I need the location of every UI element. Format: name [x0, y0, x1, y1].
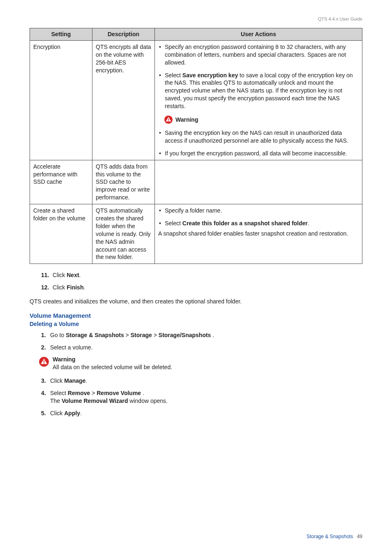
- subsection-heading: Deleting a Volume: [30, 321, 362, 327]
- cell-user-actions: [155, 160, 362, 204]
- table-row: Create a shared folder on the volume QTS…: [30, 204, 362, 264]
- warning-item: If you forget the encryption password, a…: [158, 150, 359, 157]
- action-item: Specify an encryption password containin…: [158, 43, 359, 67]
- cell-setting: Accelerate performance with SSD cache: [30, 160, 92, 204]
- cell-setting: Create a shared folder on the volume: [30, 204, 92, 264]
- step-text-bold: Remove Volume: [97, 390, 141, 396]
- step-text-bold: Apply: [64, 410, 80, 416]
- svg-rect-2: [168, 120, 169, 121]
- step-text-pre: Click: [53, 272, 67, 278]
- numbered-steps-continued-2: Click Manage. Select Remove > Remove Vol…: [41, 377, 362, 417]
- cell-user-actions: Specify an encryption password containin…: [155, 40, 362, 160]
- cell-description: QTS automatically creates the shared fol…: [92, 204, 155, 264]
- step-text-pre: Click: [50, 377, 64, 384]
- step-item: Go to Storage & Snapshots > Storage > St…: [41, 331, 362, 340]
- footer-section: Storage & Snapshots: [307, 534, 353, 539]
- settings-table: Setting Description User Actions Encrypt…: [30, 28, 362, 264]
- step-item: Click Apply.: [41, 409, 362, 418]
- warning-title: Warning: [53, 356, 172, 363]
- header-guide-title: QTS 4.4.x User Guide: [318, 16, 362, 21]
- th-setting: Setting: [30, 28, 92, 41]
- step-text-bold: Storage: [131, 332, 152, 338]
- step-text-bold: Storage/Snapshots: [159, 332, 211, 338]
- cell-user-actions: Specify a folder name. Select Create thi…: [155, 204, 362, 264]
- step-text-pre: Click: [50, 410, 64, 416]
- action-item: Specify a folder name.: [158, 207, 359, 215]
- warning-block: Warning All data on the selected volume …: [39, 356, 362, 371]
- action-text-post: .: [308, 220, 309, 227]
- step-text-bold: Storage & Snapshots: [66, 332, 124, 338]
- warning-icon: [39, 356, 49, 367]
- step-text-bold: Manage: [64, 377, 85, 384]
- action-note: A snapshot shared folder enables faster …: [158, 230, 359, 238]
- step-text-pre: Select: [50, 390, 68, 396]
- step-sep: >: [124, 332, 131, 338]
- step-text-pre: The: [50, 398, 62, 404]
- action-item: Select Save encryption key to save a loc…: [158, 72, 359, 110]
- action-text-bold: Create this folder as a snapshot shared …: [182, 220, 308, 227]
- step-item: Click Finish.: [41, 284, 362, 292]
- table-row: Accelerate performance with SSD cache QT…: [30, 160, 362, 204]
- section-heading: Volume Management: [30, 312, 362, 319]
- cell-setting: Encryption: [30, 40, 92, 160]
- cell-description: QTS adds data from this volume to the SS…: [92, 160, 155, 204]
- step-text-pre: Click: [53, 284, 67, 291]
- action-text-pre: Select: [165, 72, 182, 79]
- step-sep: >: [90, 390, 97, 396]
- table-header-row: Setting Description User Actions: [30, 28, 362, 41]
- step-text-post: .: [79, 272, 81, 278]
- action-text-bold: Save encryption key: [182, 72, 238, 79]
- step-text-post: .: [141, 390, 144, 396]
- svg-rect-1: [168, 118, 169, 120]
- warning-body: All data on the selected volume will be …: [53, 363, 172, 371]
- step-text-post: .: [80, 410, 82, 416]
- step-text-post: .: [83, 284, 85, 291]
- step-item: Select Remove > Remove Volume . The Volu…: [41, 389, 362, 405]
- step-text-bold: Remove: [68, 390, 90, 396]
- footer-page-number: 49: [357, 534, 362, 539]
- cell-description: QTS encrypts all data on the volume with…: [92, 40, 155, 160]
- warning-callout: Warning: [164, 115, 359, 124]
- page-footer: Storage & Snapshots 49: [307, 534, 362, 539]
- warning-icon: [164, 115, 173, 124]
- step-text-bold: Next: [67, 272, 79, 278]
- table-row: Encryption QTS encrypts all data on the …: [30, 40, 362, 160]
- step-text-post: window opens.: [128, 398, 168, 404]
- numbered-steps-continued: Click Next. Click Finish.: [41, 271, 362, 291]
- warning-item: Saving the encryption key on the NAS can…: [158, 129, 359, 145]
- svg-rect-5: [44, 363, 44, 364]
- action-item: Select Create this folder as a snapshot …: [158, 220, 359, 227]
- step-text-post: .: [211, 332, 214, 338]
- step-text-bold: Finish: [67, 284, 83, 291]
- step-text-pre: Go to: [50, 332, 66, 338]
- numbered-steps: Go to Storage & Snapshots > Storage > St…: [41, 331, 362, 352]
- svg-rect-4: [44, 361, 44, 363]
- paragraph-result: QTS creates and initializes the volume, …: [30, 298, 362, 306]
- step-item: Select a volume.: [41, 344, 362, 352]
- step-sep: >: [152, 332, 159, 338]
- th-user-actions: User Actions: [155, 28, 362, 41]
- th-description: Description: [92, 28, 155, 41]
- step-text-bold: Volume Removal Wizard: [62, 398, 128, 404]
- step-text-post: .: [85, 377, 87, 384]
- warning-label: Warning: [175, 116, 198, 124]
- step-item: Click Next.: [41, 271, 362, 280]
- step-item: Click Manage.: [41, 377, 362, 385]
- action-text-pre: Select: [165, 220, 182, 227]
